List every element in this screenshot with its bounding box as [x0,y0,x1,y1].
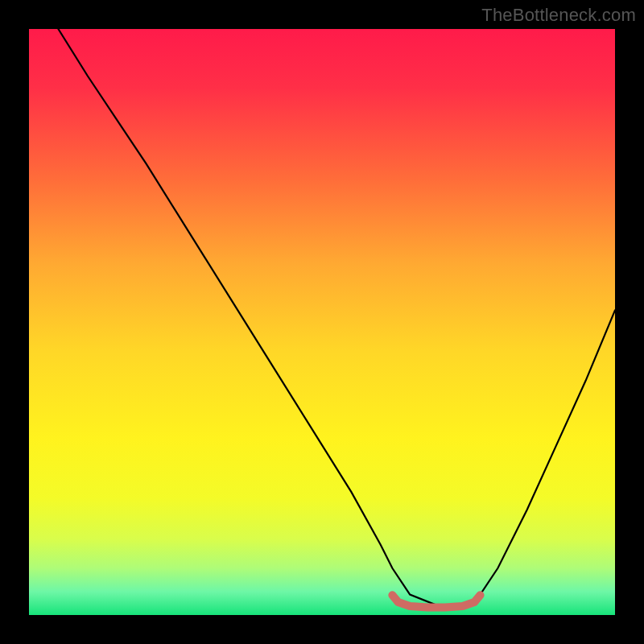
watermark-text: TheBottleneck.com [481,5,636,26]
chart-plot [29,29,615,615]
gradient-background [29,29,615,615]
chart-frame [29,29,615,615]
